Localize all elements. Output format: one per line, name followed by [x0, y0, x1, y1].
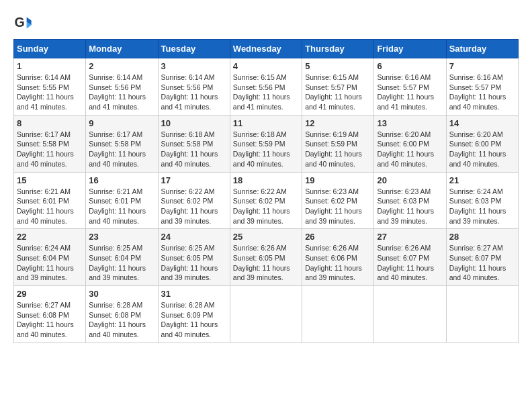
day-info: Sunrise: 6:21 AMSunset: 6:01 PMDaylight:… [17, 187, 74, 225]
calendar-cell: 18 Sunrise: 6:22 AMSunset: 6:02 PMDaylig… [230, 172, 302, 229]
day-info: Sunrise: 6:16 AMSunset: 5:57 PMDaylight:… [377, 73, 434, 111]
day-info: Sunrise: 6:28 AMSunset: 6:09 PMDaylight:… [161, 301, 218, 338]
day-number: 31 [161, 289, 227, 299]
calendar: SundayMondayTuesdayWednesdayThursdayFrid… [13, 39, 519, 343]
day-info: Sunrise: 6:25 AMSunset: 6:04 PMDaylight:… [89, 244, 146, 281]
day-info: Sunrise: 6:26 AMSunset: 6:06 PMDaylight:… [305, 244, 362, 281]
day-info: Sunrise: 6:17 AMSunset: 5:58 PMDaylight:… [89, 130, 146, 168]
calendar-cell: 28 Sunrise: 6:27 AMSunset: 6:07 PMDaylig… [446, 229, 518, 286]
calendar-cell: 23 Sunrise: 6:25 AMSunset: 6:04 PMDaylig… [86, 229, 158, 286]
calendar-cell [302, 286, 374, 343]
day-number: 6 [377, 61, 443, 71]
calendar-cell: 2 Sunrise: 6:14 AMSunset: 5:56 PMDayligh… [86, 58, 158, 116]
calendar-cell: 5 Sunrise: 6:15 AMSunset: 5:57 PMDayligh… [302, 58, 374, 116]
day-info: Sunrise: 6:22 AMSunset: 6:02 PMDaylight:… [233, 187, 290, 225]
day-number: 3 [161, 61, 227, 71]
svg-text:G: G [14, 15, 24, 30]
calendar-cell: 29 Sunrise: 6:27 AMSunset: 6:08 PMDaylig… [14, 286, 86, 343]
day-info: Sunrise: 6:19 AMSunset: 5:59 PMDaylight:… [305, 130, 362, 168]
day-info: Sunrise: 6:27 AMSunset: 6:08 PMDaylight:… [17, 301, 74, 338]
day-info: Sunrise: 6:24 AMSunset: 6:03 PMDaylight:… [449, 187, 506, 225]
day-info: Sunrise: 6:26 AMSunset: 6:07 PMDaylight:… [377, 244, 434, 281]
weekday-header: Monday [86, 40, 158, 58]
day-number: 9 [89, 118, 154, 128]
day-info: Sunrise: 6:17 AMSunset: 5:58 PMDaylight:… [17, 130, 74, 168]
day-info: Sunrise: 6:25 AMSunset: 6:05 PMDaylight:… [161, 244, 218, 281]
calendar-cell: 27 Sunrise: 6:26 AMSunset: 6:07 PMDaylig… [374, 229, 446, 286]
calendar-cell: 17 Sunrise: 6:22 AMSunset: 6:02 PMDaylig… [158, 172, 230, 229]
day-info: Sunrise: 6:23 AMSunset: 6:02 PMDaylight:… [305, 187, 362, 225]
calendar-cell: 25 Sunrise: 6:26 AMSunset: 6:05 PMDaylig… [230, 229, 302, 286]
calendar-cell: 13 Sunrise: 6:20 AMSunset: 6:00 PMDaylig… [374, 115, 446, 172]
calendar-cell: 22 Sunrise: 6:24 AMSunset: 6:04 PMDaylig… [14, 229, 86, 286]
day-info: Sunrise: 6:14 AMSunset: 5:55 PMDaylight:… [17, 73, 74, 111]
day-info: Sunrise: 6:26 AMSunset: 6:05 PMDaylight:… [233, 244, 290, 281]
calendar-cell [230, 286, 302, 343]
day-number: 21 [449, 175, 515, 185]
calendar-cell: 19 Sunrise: 6:23 AMSunset: 6:02 PMDaylig… [302, 172, 374, 229]
day-number: 23 [89, 232, 154, 242]
day-number: 15 [17, 175, 83, 185]
calendar-cell: 10 Sunrise: 6:18 AMSunset: 5:58 PMDaylig… [158, 115, 230, 172]
weekday-header: Tuesday [158, 40, 230, 58]
calendar-cell: 26 Sunrise: 6:26 AMSunset: 6:06 PMDaylig… [302, 229, 374, 286]
weekday-header: Sunday [14, 40, 86, 58]
calendar-cell: 3 Sunrise: 6:14 AMSunset: 5:56 PMDayligh… [158, 58, 230, 116]
calendar-cell: 11 Sunrise: 6:18 AMSunset: 5:59 PMDaylig… [230, 115, 302, 172]
day-number: 24 [161, 232, 227, 242]
day-number: 20 [377, 175, 443, 185]
calendar-cell: 16 Sunrise: 6:21 AMSunset: 6:01 PMDaylig… [86, 172, 158, 229]
day-info: Sunrise: 6:20 AMSunset: 6:00 PMDaylight:… [377, 130, 434, 168]
day-info: Sunrise: 6:18 AMSunset: 5:59 PMDaylight:… [233, 130, 290, 168]
day-info: Sunrise: 6:27 AMSunset: 6:07 PMDaylight:… [449, 244, 506, 281]
day-number: 4 [233, 61, 299, 71]
day-number: 11 [233, 118, 299, 128]
day-number: 25 [233, 232, 299, 242]
day-number: 22 [17, 232, 83, 242]
day-number: 2 [89, 61, 154, 71]
day-number: 19 [305, 175, 371, 185]
calendar-cell [446, 286, 518, 343]
calendar-week-row: 1 Sunrise: 6:14 AMSunset: 5:55 PMDayligh… [14, 58, 519, 116]
calendar-week-row: 15 Sunrise: 6:21 AMSunset: 6:01 PMDaylig… [14, 172, 519, 229]
weekday-header-row: SundayMondayTuesdayWednesdayThursdayFrid… [14, 40, 519, 58]
day-number: 26 [305, 232, 371, 242]
calendar-cell: 30 Sunrise: 6:28 AMSunset: 6:08 PMDaylig… [86, 286, 158, 343]
day-number: 7 [449, 61, 515, 71]
day-info: Sunrise: 6:20 AMSunset: 6:00 PMDaylight:… [449, 130, 506, 168]
day-number: 12 [305, 118, 371, 128]
day-info: Sunrise: 6:16 AMSunset: 5:57 PMDaylight:… [449, 73, 506, 111]
day-number: 14 [449, 118, 515, 128]
calendar-cell [374, 286, 446, 343]
day-info: Sunrise: 6:15 AMSunset: 5:57 PMDaylight:… [305, 73, 362, 111]
page-header: G [13, 13, 519, 32]
day-info: Sunrise: 6:15 AMSunset: 5:56 PMDaylight:… [233, 73, 290, 111]
calendar-cell: 15 Sunrise: 6:21 AMSunset: 6:01 PMDaylig… [14, 172, 86, 229]
day-number: 10 [161, 118, 227, 128]
calendar-cell: 21 Sunrise: 6:24 AMSunset: 6:03 PMDaylig… [446, 172, 518, 229]
calendar-cell: 14 Sunrise: 6:20 AMSunset: 6:00 PMDaylig… [446, 115, 518, 172]
calendar-week-row: 8 Sunrise: 6:17 AMSunset: 5:58 PMDayligh… [14, 115, 519, 172]
calendar-cell: 1 Sunrise: 6:14 AMSunset: 5:55 PMDayligh… [14, 58, 86, 116]
day-number: 8 [17, 118, 83, 128]
day-info: Sunrise: 6:28 AMSunset: 6:08 PMDaylight:… [89, 301, 146, 338]
day-number: 1 [17, 61, 83, 71]
calendar-week-row: 29 Sunrise: 6:27 AMSunset: 6:08 PMDaylig… [14, 286, 519, 343]
calendar-cell: 7 Sunrise: 6:16 AMSunset: 5:57 PMDayligh… [446, 58, 518, 116]
weekday-header: Thursday [302, 40, 374, 58]
day-info: Sunrise: 6:21 AMSunset: 6:01 PMDaylight:… [89, 187, 146, 225]
logo-icon: G [13, 13, 32, 32]
day-number: 28 [449, 232, 515, 242]
day-number: 17 [161, 175, 227, 185]
weekday-header: Friday [374, 40, 446, 58]
logo: G [13, 13, 35, 32]
day-number: 29 [17, 289, 83, 299]
day-info: Sunrise: 6:14 AMSunset: 5:56 PMDaylight:… [89, 73, 146, 111]
day-info: Sunrise: 6:22 AMSunset: 6:02 PMDaylight:… [161, 187, 218, 225]
calendar-cell: 20 Sunrise: 6:23 AMSunset: 6:03 PMDaylig… [374, 172, 446, 229]
calendar-cell: 24 Sunrise: 6:25 AMSunset: 6:05 PMDaylig… [158, 229, 230, 286]
day-info: Sunrise: 6:14 AMSunset: 5:56 PMDaylight:… [161, 73, 218, 111]
weekday-header: Wednesday [230, 40, 302, 58]
day-number: 13 [377, 118, 443, 128]
day-number: 27 [377, 232, 443, 242]
